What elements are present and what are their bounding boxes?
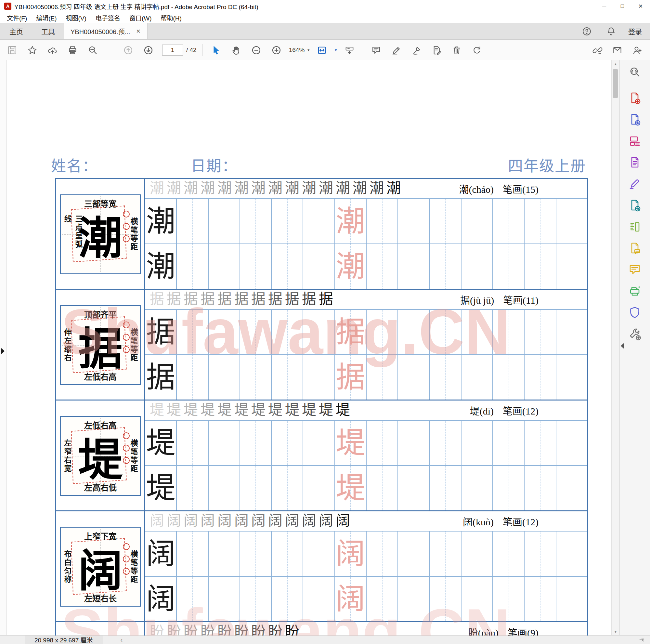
practice-cell xyxy=(272,355,303,399)
row-content: 潮潮潮潮潮潮潮潮潮潮潮潮潮潮潮潮(cháo)笔画(15)潮潮潮潮 xyxy=(145,179,587,289)
practice-cell xyxy=(303,355,335,399)
minimize-button[interactable]: ─ xyxy=(595,0,613,12)
comment-icon[interactable] xyxy=(369,43,384,58)
menu-item-3[interactable]: 视图(V) xyxy=(62,13,91,22)
scroll-down-icon[interactable]: ▼ xyxy=(612,630,619,634)
search-document-icon[interactable] xyxy=(628,65,642,79)
rotate-icon[interactable] xyxy=(470,43,484,58)
invite-icon[interactable] xyxy=(630,43,645,58)
practice-line: 潮潮 xyxy=(145,199,587,244)
stroke-count-label: 笔画(12) xyxy=(503,403,539,418)
enhance-scans-icon[interactable] xyxy=(628,284,642,298)
stroke-step: 盼 xyxy=(150,625,164,636)
share-link-icon[interactable] xyxy=(590,43,605,58)
protect-icon[interactable] xyxy=(628,306,642,319)
more-tools-icon[interactable] xyxy=(628,327,642,341)
model-character: 据 xyxy=(146,363,176,392)
toolbar: / 42 164% ▾ ▾ xyxy=(0,40,650,61)
fit-width-icon[interactable] xyxy=(315,43,329,58)
request-signatures-icon[interactable] xyxy=(628,241,642,255)
scroll-up-icon[interactable]: ▲ xyxy=(612,62,619,66)
practice-cell xyxy=(240,310,272,354)
search-icon[interactable] xyxy=(85,43,100,58)
fill-sign-icon[interactable] xyxy=(409,43,424,58)
tab-close-icon[interactable]: ✕ xyxy=(136,28,140,35)
close-button[interactable]: ✕ xyxy=(631,0,650,12)
practice-cell: 潮 xyxy=(335,244,367,289)
help-icon[interactable] xyxy=(579,24,594,39)
stroke-step: 阔 xyxy=(217,514,232,528)
maximize-button[interactable]: □ xyxy=(613,0,631,12)
page-number-input[interactable] xyxy=(162,44,183,56)
save-icon[interactable] xyxy=(5,43,20,58)
stroke-step: 堤 xyxy=(201,403,215,418)
create-pdf-icon[interactable] xyxy=(628,91,642,105)
stroke-step: 堤 xyxy=(167,403,181,418)
menu-item-6[interactable]: 帮助(H) xyxy=(156,13,186,22)
row-content: 据据据据据据据据据据据据(jù jū)笔画(11)据据据据 xyxy=(145,290,587,399)
menu-item-1[interactable]: 文件(F) xyxy=(2,13,32,22)
login-button[interactable]: 登录 xyxy=(628,26,642,36)
export-pdf-icon[interactable] xyxy=(628,112,642,126)
organize-pages-icon[interactable] xyxy=(628,134,642,148)
practice-cell xyxy=(462,199,493,244)
next-view-icon[interactable] xyxy=(639,637,645,643)
panel-divider xyxy=(626,85,644,85)
comment-icon[interactable] xyxy=(628,263,642,276)
practice-cell xyxy=(209,421,240,465)
practice-cell xyxy=(398,199,430,244)
zoom-level-value: 164% xyxy=(289,46,305,53)
vertical-scrollbar[interactable]: ▲ ▼ xyxy=(611,60,619,636)
character-card: 堤左低右高左高右低左窄右宽横笔等距 xyxy=(60,416,141,496)
practice-cell xyxy=(430,199,462,244)
practice-cell xyxy=(209,577,240,621)
model-character: 堤 xyxy=(146,428,176,458)
reading-mode-icon[interactable] xyxy=(342,43,357,58)
page-up-icon[interactable] xyxy=(121,43,136,58)
print-icon[interactable] xyxy=(65,43,80,58)
practice-cell xyxy=(272,466,303,510)
zoom-in-icon[interactable] xyxy=(269,43,284,58)
fill-and-sign-icon[interactable] xyxy=(628,177,642,190)
cloud-upload-icon[interactable] xyxy=(45,43,60,58)
tab-tools[interactable]: 工具 xyxy=(32,23,64,39)
stroke-step: 潮 xyxy=(302,181,316,196)
highlight-icon[interactable] xyxy=(389,43,404,58)
model-character: 阔 xyxy=(146,584,176,614)
toolbar-separator xyxy=(203,44,203,56)
character-card: 潮三部等宽三点呈弧线横笔等距 xyxy=(60,194,141,274)
row-content: 阔阔阔阔阔阔阔阔阔阔阔阔阔(kuò)笔画(12)阔阔阔阔 xyxy=(145,511,587,621)
stroke-step: 堤 xyxy=(302,403,316,418)
practice-cell: 堤 xyxy=(145,466,177,510)
menu-item-2[interactable]: 编辑(E) xyxy=(32,13,61,22)
tab-document[interactable]: YBH004050006.预... ✕ xyxy=(64,23,148,39)
practice-cell xyxy=(493,199,525,244)
edit-pdf-icon[interactable] xyxy=(628,155,642,169)
practice-cell xyxy=(493,355,525,399)
notifications-bell-icon[interactable] xyxy=(604,24,618,39)
page-down-icon[interactable] xyxy=(141,43,156,58)
scrollbar-thumb[interactable] xyxy=(613,69,618,98)
practice-cell xyxy=(303,421,335,465)
zoom-out-icon[interactable] xyxy=(249,43,263,58)
tab-home[interactable]: 主页 xyxy=(0,23,32,39)
zoom-level-dropdown[interactable]: 164% ▾ xyxy=(286,45,313,55)
document-canvas[interactable]: 姓名： 日期： 四年级上册 潮三部等宽三点呈弧线横笔等距潮潮潮潮潮潮潮潮潮潮潮潮… xyxy=(6,60,611,636)
email-icon[interactable] xyxy=(610,43,625,58)
stroke-step: 潮 xyxy=(353,181,367,196)
send-for-review-icon[interactable] xyxy=(628,198,642,212)
star-icon[interactable] xyxy=(25,43,40,58)
hand-icon[interactable] xyxy=(229,43,244,58)
trash-icon[interactable] xyxy=(449,43,464,58)
scan-and-ocr-icon[interactable] xyxy=(628,220,642,234)
character-row-据: 据顶部齐平左低右高伸左缩右横笔等距据据据据据据据据据据据据(jù jū)笔画(1… xyxy=(56,290,587,400)
collapse-status-icon[interactable]: ‹ xyxy=(120,637,123,643)
select-icon[interactable] xyxy=(209,43,223,58)
collapse-right-panel-icon[interactable] xyxy=(621,343,624,349)
practice-cell xyxy=(303,577,335,621)
edit-pdf-icon[interactable] xyxy=(429,43,444,58)
menu-item-4[interactable]: 电子签名 xyxy=(91,13,125,22)
expand-left-panel-icon[interactable] xyxy=(1,348,5,354)
menu-item-5[interactable]: 窗口(W) xyxy=(125,13,156,22)
practice-cell xyxy=(398,310,430,354)
